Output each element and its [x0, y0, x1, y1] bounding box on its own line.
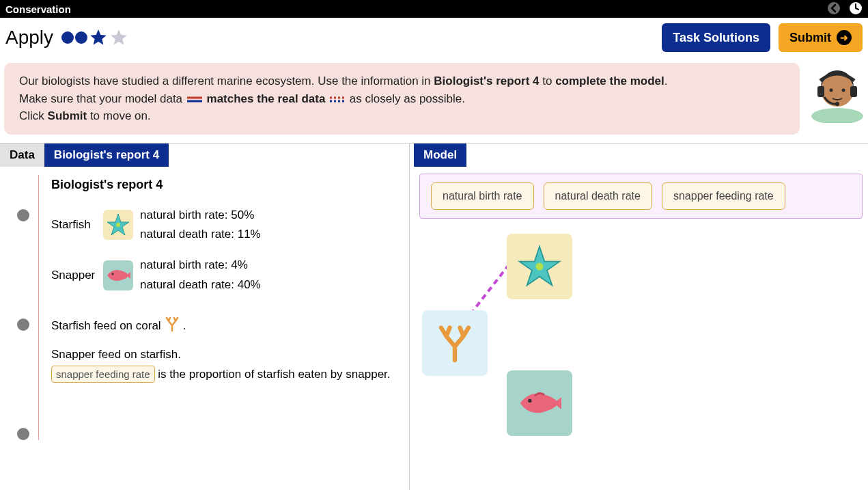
task-solutions-button[interactable]: Task Solutions — [662, 23, 770, 52]
snapper-feed-text: Snapper feed on starfish. — [51, 348, 398, 362]
starfish-birth-rate: natural birth rate: 50% — [140, 206, 261, 226]
starfish-label: Starfish — [51, 218, 96, 232]
content-area: Data Biologist's report 4 Biologist's re… — [0, 143, 868, 491]
svg-point-0 — [828, 2, 840, 14]
checkpoint-dot-icon — [17, 318, 29, 331]
instruction-box: Our biologists have studied a different … — [4, 63, 800, 135]
snapper-death-rate: natural death rate: 40% — [140, 275, 261, 295]
progress-indicator — [61, 28, 128, 47]
chip-snapper-feeding-rate[interactable]: snapper feeding rate — [662, 182, 785, 210]
svg-point-16 — [536, 262, 544, 270]
apply-label: Apply — [5, 27, 53, 49]
report-content: Biologist's report 4 Starfish natural bi… — [38, 175, 398, 440]
svg-point-6 — [811, 108, 863, 123]
instruction-text: as closely as possible. — [350, 92, 465, 105]
feeding-rate-definition: snapper feeding rate is the proportion o… — [51, 366, 398, 383]
progress-dot-icon — [61, 31, 74, 44]
tab-model[interactable]: Model — [414, 144, 466, 167]
arrow-right-circle-icon: ➜ — [837, 30, 852, 45]
starfish-icon — [103, 210, 133, 240]
tab-data[interactable]: Data — [0, 144, 44, 167]
snapper-row: Snapper natural birth rate: 4% natural d… — [51, 256, 398, 295]
checkpoint-dot-icon — [17, 428, 29, 440]
right-pane: Model natural birth rate natural death r… — [410, 144, 868, 491]
instruction-text: Click — [19, 109, 48, 122]
svg-point-17 — [528, 398, 531, 402]
svg-point-12 — [842, 89, 845, 92]
model-canvas[interactable] — [419, 224, 863, 491]
svg-rect-8 — [817, 86, 824, 97]
header: Apply Task Solutions Submit ➜ — [0, 18, 868, 57]
left-pane: Data Biologist's report 4 Biologist's re… — [0, 144, 410, 491]
instruction-text: Make sure that your model data — [19, 92, 186, 105]
progress-star-icon — [89, 28, 108, 47]
svg-point-11 — [830, 89, 833, 92]
svg-point-10 — [835, 102, 839, 106]
clock-icon[interactable] — [849, 1, 863, 17]
starfish-death-rate: natural death rate: 11% — [140, 225, 261, 245]
instruction-row: Our biologists have studied a different … — [0, 57, 868, 143]
model-node-starfish[interactable] — [507, 234, 572, 299]
progress-dot-icon — [75, 31, 87, 44]
instruction-text: to — [540, 74, 556, 87]
submit-button[interactable]: Submit ➜ — [779, 23, 863, 52]
model-node-coral[interactable] — [422, 310, 488, 376]
feeding-rate-chip: snapper feeding rate — [51, 366, 155, 383]
real-data-line-icon — [330, 96, 345, 103]
snapper-birth-rate: natural birth rate: 4% — [140, 256, 261, 275]
progress-star-empty-icon — [109, 28, 128, 47]
back-circle-icon[interactable] — [827, 1, 841, 17]
checkpoint-dot-icon — [17, 209, 29, 221]
starfish-row: Starfish natural birth rate: 50% natural… — [51, 206, 398, 245]
snapper-label: Snapper — [51, 269, 96, 282]
coral-icon — [164, 316, 180, 336]
svg-point-13 — [116, 223, 120, 227]
instruction-bold: complete the model — [555, 74, 664, 87]
avatar-icon — [811, 63, 864, 126]
svg-point-14 — [112, 273, 114, 275]
svg-rect-9 — [850, 86, 857, 97]
topbar: Conservation — [0, 0, 868, 18]
model-chip-tray: natural birth rate natural death rate sn… — [419, 174, 863, 219]
instruction-text: . — [664, 74, 668, 87]
report-title: Biologist's report 4 — [51, 178, 398, 192]
starfish-feed-text: Starfish feed on coral . — [51, 316, 398, 336]
tab-biologist-report[interactable]: Biologist's report 4 — [44, 144, 169, 167]
submit-button-label: Submit — [789, 31, 831, 45]
topbar-title: Conservation — [5, 3, 71, 15]
instruction-bold: matches the real data — [207, 92, 329, 105]
chip-natural-death-rate[interactable]: natural death rate — [544, 182, 652, 210]
snapper-icon — [103, 260, 133, 290]
instruction-bold: Submit — [48, 109, 87, 122]
model-node-snapper[interactable] — [507, 370, 572, 436]
model-data-line-icon — [187, 96, 202, 103]
instruction-text: to move on. — [87, 109, 151, 122]
instruction-text: Our biologists have studied a different … — [19, 74, 434, 87]
chip-natural-birth-rate[interactable]: natural birth rate — [431, 182, 534, 210]
instruction-bold: Biologist's report 4 — [434, 74, 539, 87]
